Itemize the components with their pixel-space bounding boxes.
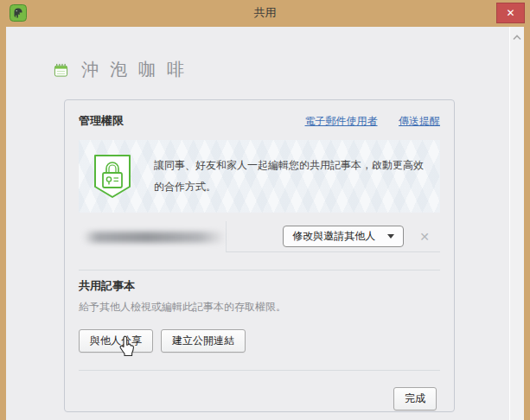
share-buttons-row: 與他人分享 建立公開連結: [79, 329, 440, 353]
collaboration-banner: 讓同事、好友和家人一起編輯您的共用記事本，啟動更高效的合作方式。: [79, 140, 440, 213]
notebook-icon: [54, 62, 68, 78]
divider: [79, 370, 440, 371]
shield-lock-icon: [93, 154, 131, 199]
permission-dropdown-label: 修改與邀請其他人: [292, 229, 375, 244]
close-icon: ✕: [506, 7, 514, 19]
header-links: 電子郵件使用者 傳送提醒: [305, 112, 440, 129]
close-button[interactable]: ✕: [496, 3, 525, 23]
share-dialog-window: 共用 ✕ 沖泡咖啡: [0, 0, 530, 420]
manage-permissions-header: 管理權限: [79, 113, 124, 129]
titlebar[interactable]: 共用 ✕: [0, 0, 530, 27]
redacted-email: [83, 232, 226, 243]
caret-down-icon: [387, 234, 394, 239]
done-button[interactable]: 完成: [393, 387, 437, 410]
panel-header-row: 管理權限 電子郵件使用者 傳送提醒: [79, 112, 440, 129]
member-row: 修改與邀請其他人 ✕: [79, 221, 440, 252]
shared-notebook-header: 共用記事本: [79, 278, 440, 294]
footer-row: 完成: [79, 387, 440, 410]
remove-member-button[interactable]: ✕: [419, 231, 430, 243]
permission-dropdown[interactable]: 修改與邀請其他人: [283, 226, 404, 247]
dialog-content: 沖泡咖啡 管理權限 電子郵件使用者 傳送提醒: [6, 27, 524, 420]
share-with-others-button[interactable]: 與他人分享: [79, 329, 153, 353]
send-reminder-link[interactable]: 傳送提醒: [399, 115, 440, 127]
create-public-link-button[interactable]: 建立公開連結: [161, 329, 246, 353]
scrollbar[interactable]: [509, 27, 524, 420]
member-email-cell: [79, 221, 226, 252]
divider: [79, 270, 440, 270]
scroll-up-icon[interactable]: [513, 35, 521, 41]
member-actions-cell: 修改與邀請其他人 ✕: [226, 221, 440, 252]
shared-notebook-description: 給予其他人檢視或編輯此記事本的存取權限。: [79, 300, 440, 315]
permissions-panel: 管理權限 電子郵件使用者 傳送提醒 讓同事、好友和家人一起編輯您的: [64, 99, 455, 412]
email-users-link[interactable]: 電子郵件使用者: [305, 115, 378, 127]
window-title: 共用: [0, 0, 530, 27]
banner-text: 讓同事、好友和家人一起編輯您的共用記事本，啟動更高效的合作方式。: [154, 155, 431, 198]
notebook-header: 沖泡咖啡: [54, 58, 195, 81]
notebook-title: 沖泡咖啡: [81, 58, 195, 81]
